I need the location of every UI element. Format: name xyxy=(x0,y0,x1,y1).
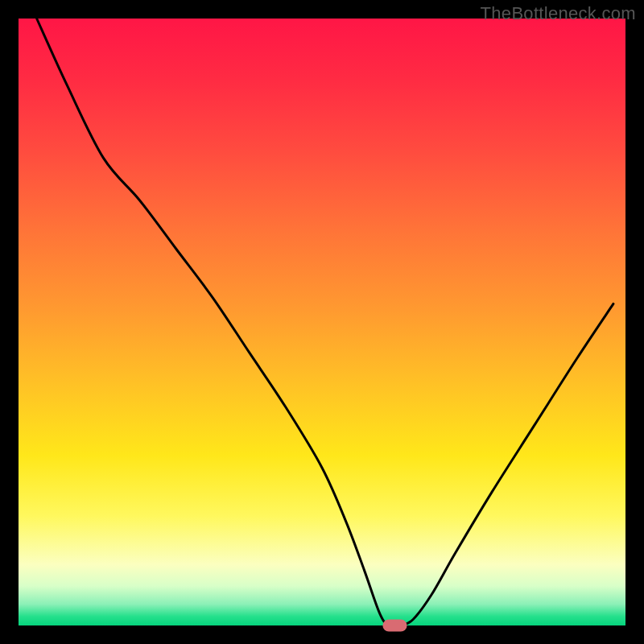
sweet-spot-marker xyxy=(382,619,407,631)
plot-area xyxy=(19,19,625,625)
chart-canvas xyxy=(0,0,644,644)
bottleneck-chart: TheBottleneck.com xyxy=(0,0,644,644)
watermark-text: TheBottleneck.com xyxy=(481,3,636,24)
